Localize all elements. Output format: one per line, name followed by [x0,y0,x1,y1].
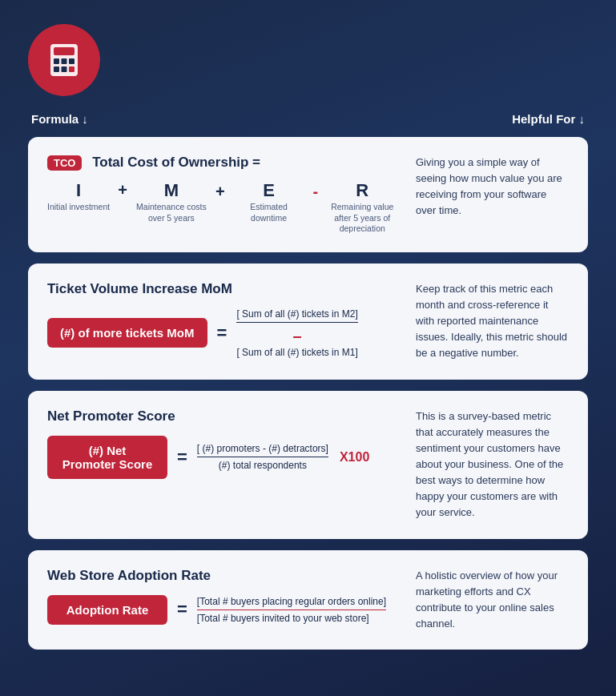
adoption-title-normal: Web Store [47,568,118,583]
ticket-numerator: [ Sum of all (#) tickets in M2] [236,308,357,323]
nps-fraction: [ (#) promoters - (#) detractors] (#) to… [197,443,328,471]
svg-rect-2 [54,58,59,64]
tco-card-left: TCO Total Cost of Ownership = I Initial … [47,155,400,235]
ticket-formula: (#) of more tickets MoM = [ Sum of all (… [47,308,400,358]
ticket-card-left: Ticket Volume Increase MoM (#) of more t… [47,281,400,362]
adoption-title-bold: Adoption Rate [118,568,211,583]
ticket-helpful: Keep track of this metric each month and… [416,281,569,362]
adoption-card: Web Store Adoption Rate Adoption Rate = … [28,550,588,650]
adoption-numerator: [Total # buyers placing regular orders o… [197,596,386,610]
adoption-helpful: A holistic overview of how your marketin… [416,568,569,633]
ticket-pill: (#) of more tickets MoM [47,318,207,348]
nps-denominator: (#) total respondents [219,460,307,471]
tco-item-i: I Initial investment [47,182,110,213]
columns-header: Formula ↓ Helpful For ↓ [28,112,588,126]
calculator-icon [28,24,100,96]
tco-formula-row: I Initial investment + M Maintenance cos… [47,182,400,235]
tco-item-m: M Maintenance costs over 5 years [135,182,207,223]
nps-equals: = [177,447,187,468]
adoption-title: Web Store Adoption Rate [47,568,400,584]
svg-rect-4 [69,58,74,64]
ticket-minus: – [293,327,302,345]
svg-rect-3 [62,58,67,64]
nps-helpful: This is a survey-based metric that accur… [416,408,569,521]
tco-helpful: Giving you a simple way of seeing how mu… [416,155,569,235]
ticket-card: Ticket Volume Increase MoM (#) of more t… [28,264,588,380]
ticket-title-text: Ticket Volume Increase MoM [47,281,232,296]
adoption-fraction: [Total # buyers placing regular orders o… [197,596,386,624]
nps-formula: (#) NetPromoter Score = [ (#) promoters … [47,436,400,479]
nps-card: Net Promoter Score (#) NetPromoter Score… [28,391,588,539]
nps-numerator: [ (#) promoters - (#) detractors] [197,443,328,457]
svg-rect-6 [62,66,67,72]
tco-title-text: Total Cost of Ownership = [92,155,260,170]
tco-card: TCO Total Cost of Ownership = I Initial … [28,137,588,252]
adoption-equals: = [177,599,187,620]
svg-rect-8 [69,69,74,72]
tco-item-r: R Remaining value after 5 years of depre… [326,182,398,235]
ticket-fraction: [ Sum of all (#) tickets in M2] – [ Sum … [236,308,357,358]
svg-rect-5 [54,66,59,72]
nps-card-left: Net Promoter Score (#) NetPromoter Score… [47,408,400,521]
tco-op-plus2: + [215,182,225,199]
adoption-denominator: [Total # buyers invited to your web stor… [197,613,369,624]
adoption-pill: Adoption Rate [47,595,167,625]
adoption-formula: Adoption Rate = [Total # buyers placing … [47,595,400,625]
svg-rect-1 [54,47,74,55]
ticket-equals: = [217,323,227,344]
tco-title: TCO Total Cost of Ownership = [47,155,400,171]
nps-title-text: Net Promoter Score [47,408,175,424]
tco-op-minus: - [313,182,319,199]
ticket-denominator: [ Sum of all (#) tickets in M1] [236,347,357,358]
helpful-col-header: Helpful For ↓ [512,112,585,126]
nps-pill: (#) NetPromoter Score [47,436,167,479]
tco-badge: TCO [47,155,82,171]
ticket-title: Ticket Volume Increase MoM [47,281,400,297]
adoption-card-left: Web Store Adoption Rate Adoption Rate = … [47,568,400,633]
nps-title: Net Promoter Score [47,408,400,424]
nps-multiplier: X100 [340,450,369,465]
tco-item-e: E Estimated downtime [233,182,305,223]
formula-col-header: Formula ↓ [31,112,88,126]
tco-op-plus1: + [118,182,127,198]
